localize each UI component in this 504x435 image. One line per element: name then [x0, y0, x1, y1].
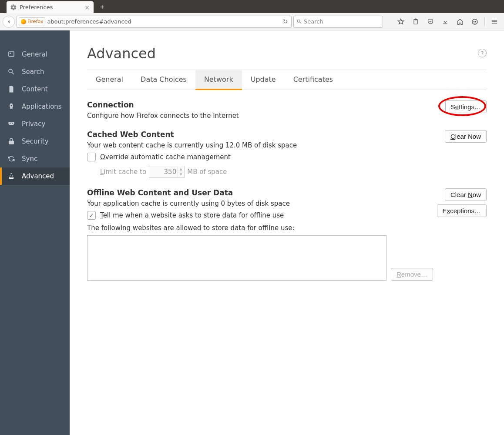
- help-icon[interactable]: ?: [478, 49, 487, 57]
- navigation-toolbar: Firefox about:preferences#advanced ↻ Sea…: [0, 13, 504, 30]
- menu-icon[interactable]: [487, 16, 501, 28]
- new-tab-button[interactable]: [96, 2, 108, 12]
- sidebar-item-general[interactable]: General: [0, 46, 70, 63]
- sidebar-label: Advanced: [22, 172, 54, 180]
- offline-tell-checkbox[interactable]: [87, 211, 96, 220]
- sidebar-label: Sync: [22, 155, 37, 163]
- lock-icon: [7, 137, 16, 146]
- offline-allowed-label: The following websites are allowed to st…: [87, 224, 487, 232]
- limit-cache-input: 350 ▲▼: [149, 166, 185, 178]
- offline-section: Offline Web Content and User Data Your a…: [87, 188, 487, 281]
- firefox-logo-icon: [21, 19, 26, 24]
- gear-icon: [10, 4, 17, 11]
- cache-section: Cached Web Content Your web content cach…: [87, 130, 487, 178]
- mask-icon: [7, 120, 16, 128]
- search-icon: [296, 19, 302, 24]
- search-bar[interactable]: Search: [293, 16, 383, 28]
- identity-box[interactable]: Firefox: [19, 17, 45, 26]
- svg-point-3: [474, 21, 474, 21]
- home-icon[interactable]: [453, 16, 467, 28]
- offline-exceptions-button[interactable]: Exceptions…: [437, 204, 487, 217]
- subtab-network[interactable]: Network: [195, 70, 242, 90]
- sidebar-item-security[interactable]: Security: [0, 133, 70, 150]
- sidebar-item-sync[interactable]: Sync: [0, 150, 70, 167]
- limit-label: Limit cache to: [100, 168, 146, 176]
- offline-sites-listbox[interactable]: [87, 235, 386, 281]
- sidebar-item-advanced[interactable]: Advanced: [0, 167, 70, 185]
- cache-clear-button[interactable]: Clear Now: [445, 130, 487, 143]
- sidebar-label: Content: [22, 85, 48, 93]
- flask-icon: [7, 172, 16, 181]
- tab-title: Preferences: [20, 4, 84, 10]
- sidebar-item-content[interactable]: Content: [0, 80, 70, 98]
- search-icon: [7, 67, 16, 76]
- preferences-sidebar: General Search Content Applications Priv…: [0, 30, 70, 435]
- sidebar-item-applications[interactable]: Applications: [0, 98, 70, 115]
- pocket-icon[interactable]: [423, 16, 437, 28]
- override-cache-label: Override automatic cache management: [100, 153, 231, 161]
- general-icon: [7, 50, 16, 59]
- subtab-certificates[interactable]: Certificates: [285, 70, 342, 90]
- connection-desc: Configure how Firefox connects to the In…: [87, 112, 440, 120]
- tab-close-icon[interactable]: ×: [84, 4, 90, 11]
- back-button[interactable]: [3, 16, 15, 28]
- offline-remove-button: Remove…: [391, 268, 433, 281]
- sidebar-label: Privacy: [22, 120, 45, 128]
- browser-tab-strip: Preferences ×: [0, 0, 504, 13]
- chat-icon[interactable]: [468, 16, 482, 28]
- sidebar-label: Applications: [22, 103, 62, 110]
- sidebar-item-search[interactable]: Search: [0, 63, 70, 80]
- cache-desc: Your web content cache is currently usin…: [87, 141, 440, 149]
- offline-clear-button[interactable]: Clear Now: [445, 188, 487, 201]
- advanced-subtabs: General Data Choices Network Update Cert…: [87, 70, 487, 90]
- svg-rect-6: [10, 53, 11, 54]
- subtab-general[interactable]: General: [87, 70, 132, 90]
- svg-point-4: [475, 21, 476, 21]
- separator: [484, 17, 485, 26]
- offline-title: Offline Web Content and User Data: [87, 188, 432, 197]
- browser-tab-preferences[interactable]: Preferences ×: [7, 1, 94, 13]
- connection-title: Connection: [87, 100, 440, 109]
- url-text: about:preferences#advanced: [47, 18, 281, 25]
- preferences-main: Advanced ? General Data Choices Network …: [70, 30, 504, 435]
- subtab-data-choices[interactable]: Data Choices: [132, 70, 195, 90]
- document-icon: [7, 85, 16, 94]
- offline-desc: Your application cache is currently usin…: [87, 200, 432, 207]
- url-bar[interactable]: Firefox about:preferences#advanced ↻: [17, 16, 292, 28]
- page-title: Advanced: [87, 45, 156, 62]
- override-cache-checkbox[interactable]: [87, 153, 96, 161]
- subtab-update[interactable]: Update: [242, 70, 285, 90]
- sidebar-item-privacy[interactable]: Privacy: [0, 115, 70, 133]
- svg-point-2: [472, 19, 477, 24]
- limit-suffix: MB of space: [187, 168, 227, 176]
- sidebar-label: General: [22, 50, 47, 58]
- cache-title: Cached Web Content: [87, 130, 440, 139]
- svg-rect-5: [9, 52, 14, 57]
- offline-tell-label: Tell me when a website asks to store dat…: [100, 211, 284, 219]
- sync-icon: [7, 154, 16, 163]
- bookmark-star-icon[interactable]: [394, 16, 408, 28]
- search-placeholder: Search: [304, 18, 323, 25]
- connection-settings-button[interactable]: Settings…: [445, 100, 487, 113]
- rocket-icon: [7, 102, 16, 111]
- sidebar-label: Search: [22, 68, 44, 76]
- downloads-icon[interactable]: [438, 16, 452, 28]
- sidebar-label: Security: [22, 137, 49, 145]
- spinner-icon: ▲▼: [178, 167, 184, 177]
- reload-icon[interactable]: ↻: [281, 18, 289, 25]
- connection-section: Connection Configure how Firefox connect…: [87, 100, 487, 120]
- clipboard-icon[interactable]: [409, 16, 423, 28]
